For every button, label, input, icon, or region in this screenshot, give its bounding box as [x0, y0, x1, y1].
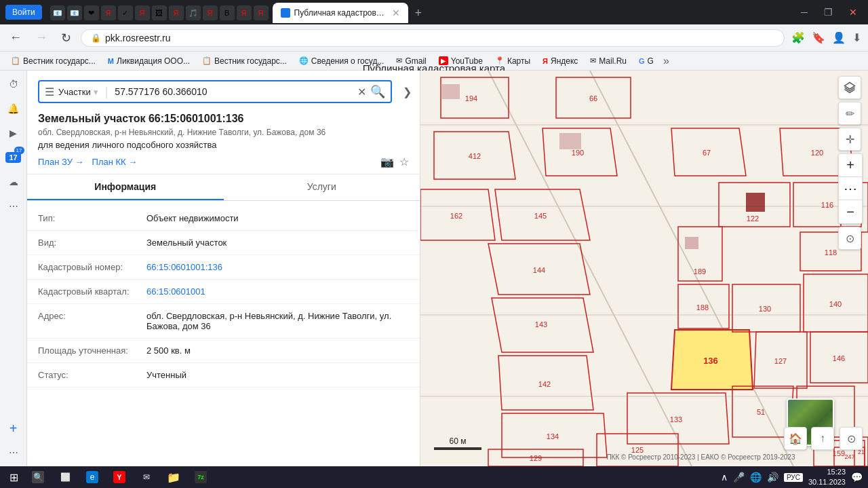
taskbar-edge[interactable]: e: [81, 470, 104, 485]
svg-text:51: 51: [757, 408, 765, 416]
svg-text:140: 140: [829, 300, 842, 308]
bookmark-likvidaciya[interactable]: М Ликвидация ООО...: [102, 55, 195, 67]
sidebar-add-icon[interactable]: +: [5, 420, 22, 436]
address-box[interactable]: 🔒 pkk.rosreestr.ru: [81, 29, 785, 47]
start-button[interactable]: ⊞: [5, 470, 22, 485]
panel-collapse-button[interactable]: ❯: [400, 83, 414, 101]
forward-button[interactable]: →: [31, 29, 52, 46]
compass-button[interactable]: ⊙: [838, 227, 861, 250]
minimize-button[interactable]: ─: [795, 7, 813, 18]
tray-notification-icon[interactable]: 💬: [851, 472, 863, 483]
search-clear-icon[interactable]: ✕: [357, 86, 366, 98]
plan-kk-link[interactable]: План КК →: [92, 157, 138, 167]
value-cadastral-number[interactable]: 66:15:0601001:136: [146, 262, 409, 272]
bookmark-yandex[interactable]: Я Яндекс: [537, 55, 583, 67]
taskbar-yandex[interactable]: Y: [108, 470, 131, 485]
plan-zu-link[interactable]: План ЗУ →: [38, 157, 84, 167]
value-address: обл. Свердловская, р-н Невьянский, д. Ни…: [146, 311, 409, 331]
login-button[interactable]: Войти: [5, 5, 42, 20]
label-cadastral-number: Кадастровый номер:: [38, 262, 146, 272]
label-cadastral-quarter: Кадастровый квартал:: [38, 286, 146, 297]
sidebar-more-icon[interactable]: ⋯: [5, 198, 22, 214]
map-home-button[interactable]: 🏠: [784, 427, 807, 450]
download-icon[interactable]: ⬇: [851, 30, 863, 45]
sidebar-cloud-icon[interactable]: ☁: [5, 174, 22, 190]
bookmark-mailru[interactable]: ✉ Mail.Ru: [585, 55, 632, 67]
map-share-button[interactable]: ↑: [811, 427, 834, 450]
tab-services[interactable]: Услуги: [224, 174, 420, 200]
taskbar-explorer[interactable]: 📁: [162, 470, 185, 485]
tab-information[interactable]: Информация: [27, 174, 224, 200]
search-input[interactable]: [115, 86, 353, 97]
pencil-button[interactable]: ✏: [838, 102, 861, 125]
extensions-icon[interactable]: 🧩: [790, 30, 806, 45]
svg-text:142: 142: [538, 380, 551, 388]
bookmark-maps[interactable]: 📍 Карты: [490, 55, 536, 67]
info-row-address: Адрес: обл. Свердловская, р-н Невьянский…: [27, 304, 420, 339]
label-status: Статус:: [38, 370, 146, 380]
svg-text:127: 127: [774, 357, 787, 365]
search-hamburger-icon[interactable]: ☰: [45, 86, 54, 98]
maximize-button[interactable]: ❐: [818, 7, 838, 18]
svg-text:190: 190: [572, 149, 584, 157]
bookmark-svedeniya[interactable]: 🌐 Сведения о госуд...: [294, 55, 390, 67]
refresh-button[interactable]: ↻: [57, 29, 75, 47]
zoom-in-button[interactable]: +: [839, 154, 862, 177]
taskbar-7zip[interactable]: 7z: [189, 470, 212, 485]
taskbar-taskview[interactable]: ⬜: [54, 470, 77, 485]
tab-bar: 📧 📧 ❤ Я ✓ Я 🖼 Я 🎵 Я В Я Я Публичная када…: [45, 0, 793, 24]
crosshair-button[interactable]: ✛: [838, 128, 861, 151]
zoom-group: + ⋯ −: [838, 153, 863, 224]
sidebar-play-icon[interactable]: ▶: [5, 125, 22, 141]
sidebar-badge-icon[interactable]: 17: [5, 149, 22, 166]
layers-button[interactable]: [838, 76, 861, 99]
sidebar-dot-menu-icon[interactable]: ⋯: [5, 445, 22, 461]
taskbar-clock[interactable]: 15:23 30.11.2023: [808, 467, 846, 488]
value-cadastral-quarter[interactable]: 66:15:0601001: [146, 286, 409, 297]
scale-label: 60 м: [450, 436, 467, 446]
tray-chevron-icon[interactable]: ∧: [721, 472, 728, 483]
map-area[interactable]: 194 66 412 190 67 120 116 122 118: [420, 71, 868, 466]
sidebar-notifications-icon[interactable]: 🔔: [5, 100, 22, 117]
bookmark-gmail[interactable]: ✉ Gmail: [391, 55, 431, 67]
back-button[interactable]: ←: [5, 29, 26, 46]
bookmark-youtube[interactable]: ▶ YouTube: [433, 55, 488, 67]
bookmarks-more-button[interactable]: »: [660, 55, 672, 67]
main-area: ⏱ 🔔 ▶ 17 ☁ ⋯ + ⋯ ☰ Участки ▾ | ✕ 🔍: [0, 71, 868, 466]
close-button[interactable]: ✕: [844, 7, 863, 18]
svg-text:116: 116: [821, 201, 833, 209]
tray-network-icon[interactable]: 🌐: [750, 472, 762, 483]
browser-titlebar: Войти 📧 📧 ❤ Я ✓ Я 🖼 Я 🎵 Я В Я Я: [0, 0, 868, 24]
label-type: Тип:: [38, 213, 146, 223]
bookmarks-bar: 📋 Вестник государс... М Ликвидация ООО..…: [0, 52, 868, 71]
panel-search-box[interactable]: ☰ Участки ▾ | ✕ 🔍: [38, 80, 392, 103]
tab-close-btn[interactable]: ✕: [392, 7, 400, 18]
profile-icon[interactable]: 👤: [831, 30, 847, 45]
sidebar-history-icon[interactable]: ⏱: [5, 76, 22, 92]
property-purpose: для ведения личного подсобного хозяйства: [38, 140, 409, 150]
bookmark-vestnik2[interactable]: 📋 Вестник государс...: [197, 55, 292, 67]
new-tab-button[interactable]: +: [410, 5, 428, 22]
tray-sound-icon[interactable]: 🔊: [767, 472, 778, 483]
taskbar-mail[interactable]: ✉: [135, 470, 158, 485]
map-geo-button[interactable]: ⊙: [840, 427, 863, 450]
screenshot-icon[interactable]: 📷: [380, 155, 394, 168]
bookmark-google[interactable]: G G: [633, 55, 659, 67]
bookmark-vestnik1[interactable]: 📋 Вестник государс...: [5, 55, 101, 67]
svg-text:143: 143: [535, 320, 547, 329]
property-address: обл. Свердловская, р-н Невьянский, д. Ни…: [38, 128, 409, 137]
zoom-dots-button[interactable]: ⋯: [839, 177, 862, 200]
info-panel: ☰ Участки ▾ | ✕ 🔍 ❯ Земельный участок 66…: [27, 71, 420, 466]
bookmark-icon[interactable]: 🔖: [810, 30, 827, 45]
taskbar-search[interactable]: 🔍: [26, 470, 50, 485]
zoom-out-button[interactable]: −: [839, 200, 862, 223]
map-copyright: ПКК © Росреестр 2010-2023 | ЕАКО © Росре…: [606, 453, 795, 461]
taskbar-tray: ∧ 🎤 🌐 🔊 РУС 15:23 30.11.2023 💬: [721, 467, 863, 488]
tray-mic-icon[interactable]: 🎤: [733, 472, 745, 483]
svg-text:134: 134: [547, 432, 559, 440]
tray-lang-badge[interactable]: РУС: [784, 473, 803, 482]
svg-text:145: 145: [534, 212, 547, 220]
active-tab[interactable]: Публичная кадастровая карта ✕: [273, 3, 408, 23]
search-go-icon[interactable]: 🔍: [370, 84, 385, 99]
star-icon[interactable]: ☆: [399, 155, 409, 168]
